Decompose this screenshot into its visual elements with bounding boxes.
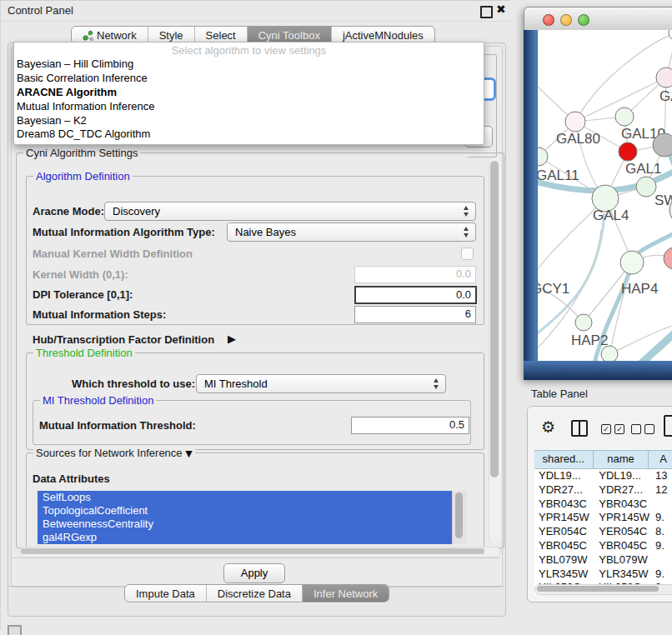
network-node[interactable] bbox=[538, 148, 548, 166]
sources-title: Sources for Network Inference ▼ bbox=[33, 447, 195, 459]
table-row[interactable]: YPR145WYPR145W9. bbox=[534, 511, 672, 525]
attributes-scrollbar-thumb[interactable] bbox=[455, 492, 463, 538]
close-traffic-light-icon[interactable] bbox=[543, 14, 554, 26]
algorithm-option[interactable]: Mutual Information Inference bbox=[16, 100, 479, 114]
network-window-titlebar[interactable] bbox=[524, 7, 672, 32]
aracne-mode-combobox[interactable]: Discovery bbox=[104, 202, 476, 221]
network-view-window[interactable]: GALGAL80GAL10GAL1GAL11SWI4GAL4GCY1HAP4YH… bbox=[524, 7, 672, 380]
cyni-bottom-tabs: Impute Data Discretize Data Infer Networ… bbox=[124, 584, 389, 602]
tab-style[interactable]: Style bbox=[148, 27, 195, 43]
table-cell: YDL19... bbox=[534, 469, 594, 483]
tab-jactivemnodules[interactable]: jActiveMNodules bbox=[332, 27, 434, 43]
algorithm-option[interactable]: Basic Correlation Inference bbox=[16, 72, 479, 86]
attribute-list-item[interactable]: BetweennessCentrality bbox=[38, 518, 451, 531]
table-row[interactable]: YBR043CYBR043C bbox=[534, 498, 672, 512]
network-node[interactable] bbox=[619, 142, 637, 161]
algorithm-dropdown-placeholder: Select algorithm to view settings bbox=[14, 44, 484, 57]
attribute-list-item[interactable]: gal4RGexp bbox=[38, 531, 451, 544]
attribute-list-item[interactable]: TopologicalCoefficient bbox=[38, 504, 451, 518]
table-row[interactable]: YBR045CYBR045C9. bbox=[534, 539, 672, 553]
select-all-columns-icon[interactable]: ✓ ✓ bbox=[601, 424, 624, 434]
manual-kernel-checkbox[interactable] bbox=[461, 248, 474, 260]
tab-infer-network[interactable]: Infer Network bbox=[303, 585, 389, 602]
mi-threshold-field[interactable]: 0.5 bbox=[351, 417, 469, 434]
network-edge[interactable] bbox=[641, 317, 672, 361]
close-icon[interactable]: ✖ bbox=[496, 2, 506, 16]
tab-network[interactable]: Network bbox=[72, 27, 148, 43]
table-cell bbox=[651, 498, 672, 512]
table-cell: YLR345W bbox=[534, 568, 594, 582]
tab-discretize-data[interactable]: Discretize Data bbox=[207, 585, 303, 602]
network-graph: GALGAL80GAL10GAL1GAL11SWI4GAL4GCY1HAP4YH… bbox=[538, 30, 672, 361]
network-node-label: HAP4 bbox=[621, 281, 658, 297]
stepper-arrows-icon bbox=[434, 378, 439, 389]
network-node[interactable] bbox=[620, 251, 644, 274]
network-canvas[interactable]: GALGAL80GAL10GAL1GAL11SWI4GAL4GCY1HAP4YH… bbox=[538, 30, 672, 361]
float-window-icon[interactable] bbox=[480, 6, 493, 18]
control-panel-title: Control Panel bbox=[8, 4, 73, 17]
network-node[interactable] bbox=[656, 68, 672, 88]
minimize-traffic-light-icon[interactable] bbox=[560, 14, 572, 26]
gear-icon[interactable]: ⚙ bbox=[541, 418, 555, 436]
table-row[interactable]: YDL19...YDL19...13 bbox=[534, 469, 672, 483]
mi-steps-label: Mutual Information Steps: bbox=[33, 308, 166, 321]
tab-select[interactable]: Select bbox=[195, 27, 248, 43]
dpi-tolerance-field[interactable]: 0.0 bbox=[354, 286, 477, 304]
table-cell: 9. bbox=[651, 511, 672, 525]
column-layout-icon[interactable] bbox=[571, 420, 588, 437]
aracne-mode-label: Aracne Mode: bbox=[33, 205, 104, 218]
table-cell: YDR27... bbox=[594, 483, 651, 498]
table-hscrollbar-thumb[interactable] bbox=[537, 586, 659, 592]
table-column-header[interactable]: name bbox=[594, 451, 649, 468]
network-node[interactable] bbox=[601, 346, 618, 361]
kernel-width-field[interactable]: 0.0 bbox=[354, 266, 476, 283]
new-table-icon[interactable] bbox=[664, 415, 672, 437]
network-node[interactable] bbox=[565, 112, 585, 132]
settings-hscrollbar-thumb[interactable] bbox=[21, 548, 484, 554]
table-column-header[interactable]: shared... bbox=[534, 451, 594, 468]
algorithm-option[interactable]: Bayesian – Hill Climbing bbox=[16, 58, 479, 72]
network-node-label: SWI4 bbox=[654, 192, 672, 208]
apply-button[interactable]: Apply bbox=[223, 563, 285, 583]
table-row[interactable]: YER054CYER054C8. bbox=[534, 525, 672, 539]
network-node[interactable] bbox=[653, 133, 672, 157]
expand-arrow-icon[interactable]: ▶ bbox=[228, 332, 236, 345]
network-node[interactable] bbox=[575, 314, 592, 331]
network-node[interactable] bbox=[669, 30, 672, 41]
table-cell: YPR145W bbox=[594, 511, 651, 525]
network-node[interactable] bbox=[615, 108, 634, 126]
data-attributes-label: Data Attributes bbox=[33, 472, 110, 485]
attribute-list-item[interactable]: SelfLoops bbox=[38, 491, 451, 504]
data-attributes-list[interactable]: SelfLoopsTopologicalCoefficientBetweenne… bbox=[38, 491, 466, 544]
mi-type-combobox[interactable]: Naive Bayes bbox=[227, 222, 476, 242]
dock-panel-icon[interactable] bbox=[8, 625, 22, 635]
collapse-arrow-icon[interactable]: ▼ bbox=[185, 448, 192, 459]
table-cell: YBL079W bbox=[534, 553, 594, 568]
mi-type-value: Naive Bayes bbox=[235, 226, 296, 238]
algorithm-option[interactable]: ARACNE Algorithm bbox=[16, 86, 479, 100]
tab-discretize-data-label: Discretize Data bbox=[218, 588, 291, 600]
zoom-traffic-light-icon[interactable] bbox=[578, 14, 589, 26]
table-toolbar: ⚙ ✓ ✓ bbox=[528, 407, 672, 447]
which-threshold-combobox[interactable]: MI Threshold bbox=[196, 374, 446, 393]
table-row[interactable]: YLR345WYLR345W9. bbox=[534, 568, 672, 582]
mi-steps-field[interactable]: 6 bbox=[354, 306, 476, 323]
network-node[interactable] bbox=[664, 248, 672, 269]
unchecked-box-icon bbox=[631, 424, 641, 434]
network-node-label: GAL80 bbox=[556, 131, 600, 147]
table-cell: 9. bbox=[651, 539, 672, 553]
table-row[interactable]: YDR27...YDR27...12 bbox=[534, 483, 672, 498]
mi-threshold-label: Mutual Information Threshold: bbox=[39, 419, 196, 432]
tab-impute-data[interactable]: Impute Data bbox=[125, 585, 207, 602]
settings-scrollbar-thumb[interactable] bbox=[490, 161, 499, 478]
algorithm-option[interactable]: Dream8 DC_TDC Algorithm bbox=[16, 128, 479, 142]
table-column-header[interactable]: A bbox=[649, 451, 672, 468]
deselect-all-columns-icon[interactable] bbox=[631, 424, 654, 434]
network-edge[interactable] bbox=[609, 323, 672, 354]
network-selected-frame: GALGAL80GAL10GAL1GAL11SWI4GAL4GCY1HAP4YH… bbox=[524, 30, 672, 380]
table-cell: 12 bbox=[651, 483, 672, 498]
table-row[interactable]: YBL079WYBL079W bbox=[534, 553, 672, 568]
algorithm-option[interactable]: Bayesian – K2 bbox=[16, 114, 479, 128]
tab-cyni-toolbox[interactable]: Cyni Toolbox bbox=[248, 27, 332, 43]
network-node[interactable] bbox=[636, 177, 656, 197]
